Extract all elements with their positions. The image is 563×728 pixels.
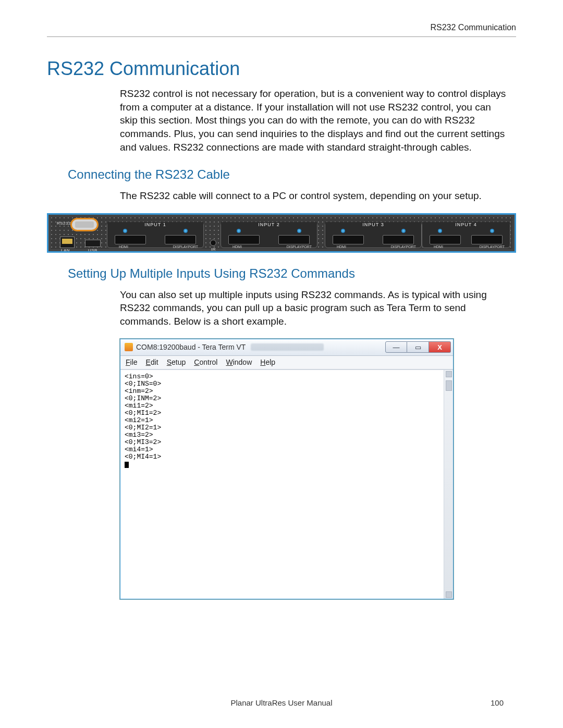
input2-hdmi-label: HDMI [232,245,242,249]
input4-dp-label: DISPLAYPORT [480,245,505,249]
teraterm-titlebar[interactable]: COM8:19200baud - Tera Term VT — ▭ X [120,339,453,356]
term-line: <mi4=1> [125,446,153,453]
input-block-1: INPUT 1 HDMI DISPLAYPORT [107,222,204,248]
teraterm-terminal[interactable]: <ins=0> <0;INS=0> <inm=2> <0;INM=2> <mi1… [120,369,453,599]
rs232-label: RS232 [57,221,71,226]
page-title: RS232 Communication [47,58,516,80]
device-rear-panel: RS232 LAN USB IR INPUT 1 HDMI DISPLAYPOR… [47,213,516,253]
input2-label: INPUT 2 [221,222,317,227]
teraterm-app-icon [125,343,133,351]
input1-hdmi-label: HDMI [119,245,128,249]
scroll-down-icon[interactable] [446,591,452,598]
input1-dp-label: DISPLAYPORT [173,245,198,249]
menu-control[interactable]: Control [194,358,217,366]
lan-port [60,237,75,248]
teraterm-menubar: File Edit Setup Control Window Help [120,356,453,369]
term-line: <ins=0> [125,373,153,380]
intro-paragraph: RS232 control is not necessary for opera… [120,87,511,154]
term-line: <mi3=2> [125,431,153,439]
input-block-2: INPUT 2 HDMI DISPLAYPORT [221,222,317,248]
term-line: <0;MI1=2> [125,409,161,417]
input3-dp-label: DISPLAYPORT [391,245,416,249]
usb-label: USB [88,248,97,253]
terminal-scrollbar[interactable] [444,370,453,599]
terminal-cursor [125,460,129,468]
teraterm-title-blurred [251,343,324,351]
input2-dp-label: DISPLAYPORT [287,245,312,249]
footer-manual-title: Planar UltraRes User Manual [47,698,516,707]
input3-label: INPUT 3 [325,222,421,227]
term-line: <0;INM=2> [125,394,161,402]
maximize-button[interactable]: ▭ [407,341,429,353]
scroll-thumb[interactable] [446,380,452,391]
input4-label: INPUT 4 [422,222,510,227]
input1-label: INPUT 1 [107,222,203,227]
term-line: <0;INS=0> [125,380,161,388]
menu-help[interactable]: Help [260,358,275,366]
input4-hdmi-label: HDMI [434,245,443,249]
term-line: <inm=2> [125,387,153,395]
menu-window[interactable]: Window [226,358,252,366]
section-heading-connecting: Connecting the RS232 Cable [68,167,516,182]
ir-label: IR [211,247,216,252]
rs232-port-highlight [70,218,99,231]
running-header: RS232 Communication [47,23,516,37]
ir-port [210,240,216,246]
menu-setup[interactable]: Setup [167,358,186,366]
minimize-button[interactable]: — [385,341,407,353]
section-heading-multiple-inputs: Setting Up Multiple Inputs Using RS232 C… [68,266,516,281]
scroll-up-icon[interactable] [446,371,452,377]
teraterm-window: COM8:19200baud - Tera Term VT — ▭ X File… [120,339,454,599]
lan-label: LAN [61,248,70,253]
teraterm-title: COM8:19200baud - Tera Term VT [136,343,246,351]
usb-port [85,240,101,247]
term-line: <0;MI3=2> [125,438,161,446]
term-line: <mi1=2> [125,402,153,410]
input3-hdmi-label: HDMI [337,245,346,249]
input-block-3: INPUT 3 HDMI DISPLAYPORT [325,222,422,248]
page-footer: Planar UltraRes User Manual 100 [47,698,516,707]
menu-file[interactable]: File [126,358,138,366]
term-line: <0;MI4=1> [125,453,161,461]
section2-body: You can also set up multiple inputs usin… [120,288,511,328]
menu-edit[interactable]: Edit [146,358,158,366]
term-line: <mi2=1> [125,416,153,424]
close-button[interactable]: X [429,341,451,353]
section1-body: The RS232 cable will connect to a PC or … [120,189,511,203]
input-block-4: INPUT 4 HDMI DISPLAYPORT [422,222,510,248]
term-line: <0;MI2=1> [125,424,161,431]
